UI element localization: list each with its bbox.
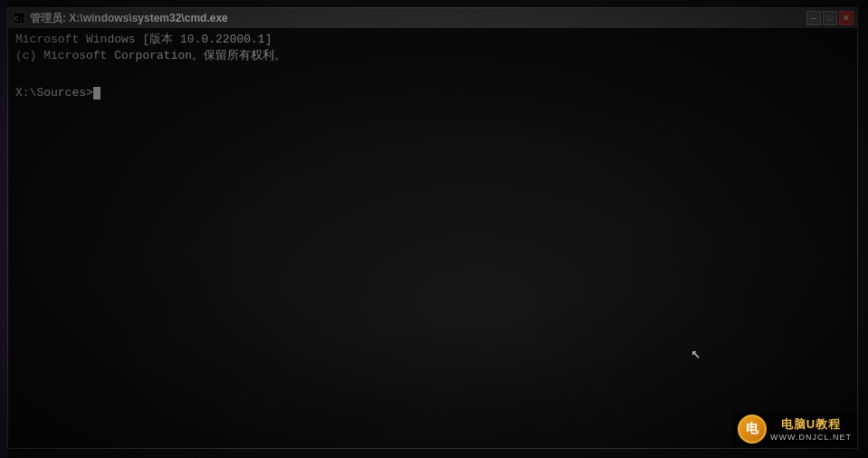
cmd-line-2: (c) Microsoft Corporation。保留所有权利。 [15,48,850,64]
maximize-button[interactable]: □ [823,11,837,25]
cmd-icon: C: [12,11,26,25]
title-bar-left: C: 管理员: X:\windows\system32\cmd.exe [12,11,228,26]
watermark-line2: WWW.DNJCL.NET [770,433,852,442]
cmd-prompt: X:\Sources> [15,85,93,101]
cmd-prompt-line: X:\Sources> [15,85,850,101]
cursor [93,87,100,100]
watermark: 电 电脑U教程 WWW.DNJCL.NET [732,411,857,447]
left-bar [0,0,7,458]
watermark-text-block: 电脑U教程 WWW.DNJCL.NET [770,416,852,442]
cmd-content[interactable]: Microsoft Windows [版本 10.0.22000.1] (c) … [8,28,857,448]
title-bar-text: 管理员: X:\windows\system32\cmd.exe [30,11,228,26]
watermark-logo-text: 电 [746,421,758,437]
watermark-logo: 电 [738,415,767,444]
photo-frame: C: 管理员: X:\windows\system32\cmd.exe ─ □ … [0,0,868,458]
close-button[interactable]: ✕ [839,11,854,25]
svg-text:C:: C: [14,14,24,23]
cmd-line-3 [15,64,850,81]
cmd-line-1: Microsoft Windows [版本 10.0.22000.1] [15,32,850,48]
watermark-line1: 电脑U教程 [781,416,841,433]
title-bar-controls: ─ □ ✕ [806,11,854,25]
minimize-button[interactable]: ─ [806,11,821,25]
cmd-window: C: 管理员: X:\windows\system32\cmd.exe ─ □ … [7,7,858,449]
title-bar: C: 管理员: X:\windows\system32\cmd.exe ─ □ … [8,8,857,28]
